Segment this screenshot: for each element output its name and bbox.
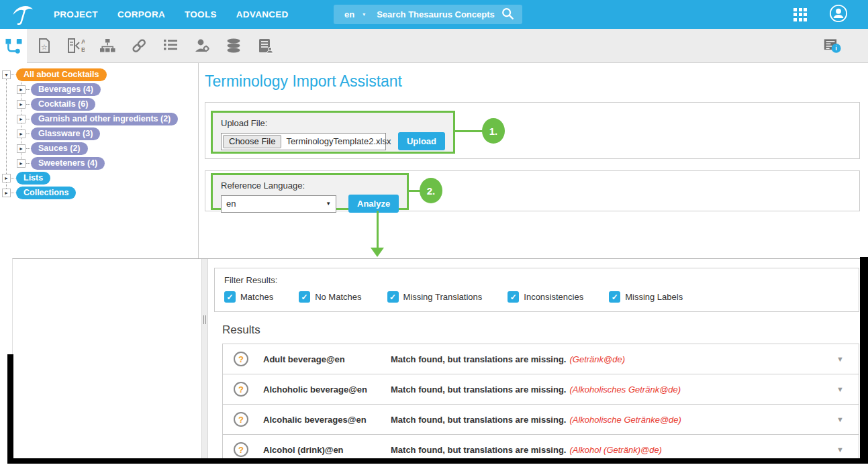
- expander-closed-icon[interactable]: ►: [17, 144, 26, 153]
- tree-item-root[interactable]: ▼ All about Cocktails: [0, 67, 198, 82]
- thesaurus-search-box[interactable]: en ▾ Search Thesaurus Concepts: [334, 5, 522, 24]
- checkbox-checked-icon[interactable]: ✓: [299, 291, 310, 303]
- question-status-icon: ?: [234, 352, 248, 366]
- chevron-down-icon[interactable]: ▾: [363, 11, 365, 17]
- result-detail: (Getränk@de): [569, 354, 625, 364]
- info-panel-icon[interactable]: i: [824, 37, 841, 54]
- result-message: Match found, but translations are missin…: [391, 354, 566, 364]
- user-account-icon[interactable]: [829, 4, 848, 25]
- link-icon[interactable]: [130, 37, 148, 54]
- menu-project[interactable]: PROJECT: [54, 9, 98, 19]
- database-icon[interactable]: [225, 37, 242, 54]
- favorite-document-icon[interactable]: ☆: [36, 37, 53, 54]
- menu-tools[interactable]: TOOLS: [185, 9, 217, 19]
- tree-item-garnish[interactable]: ► Garnish and other ingredients (2): [0, 111, 198, 126]
- tree-item-label[interactable]: Sweeteners (4): [31, 157, 105, 170]
- reference-highlight-box: Reference Language: en ▼ Analyze: [211, 173, 409, 210]
- result-message: Match found, but translations are missin…: [391, 415, 566, 425]
- result-row[interactable]: ? Adult beverage@en Match found, but tra…: [223, 344, 859, 374]
- file-input[interactable]: Choose File TerminologyTemplate2.xlsx: [221, 133, 386, 150]
- tree-item-collections[interactable]: ► Collections: [0, 185, 198, 200]
- expander-closed-icon[interactable]: ►: [2, 189, 11, 197]
- expander-closed-icon[interactable]: ►: [17, 130, 26, 138]
- checkbox-checked-icon[interactable]: ✓: [387, 291, 399, 303]
- reference-language-select[interactable]: en ▼: [221, 195, 336, 213]
- expander-closed-icon[interactable]: ►: [17, 85, 26, 94]
- hierarchy-sitemap-icon[interactable]: [99, 37, 116, 54]
- tree-item-label[interactable]: All about Cocktails: [16, 68, 107, 81]
- tree-item-label[interactable]: Collections: [16, 187, 76, 199]
- screenshot-border-right: [860, 257, 868, 464]
- tree-item-sweeteners[interactable]: ► Sweeteners (4): [0, 156, 198, 170]
- user-admin-icon[interactable]: [193, 37, 211, 54]
- screenshot-border-left: [7, 354, 13, 458]
- tree-item-beverages[interactable]: ► Beverages (4): [0, 82, 198, 97]
- tree-item-label[interactable]: Glassware (3): [31, 127, 100, 140]
- search-input[interactable]: Search Thesaurus Concepts: [377, 9, 495, 19]
- tree-item-label[interactable]: Cocktails (6): [31, 98, 95, 111]
- tree-item-sauces[interactable]: ► Sauces (2): [0, 141, 198, 156]
- results-pane: Filter Results: ✓ Matches ✓ No Matches ✓…: [214, 268, 859, 458]
- reference-language-panel: Reference Language: en ▼ Analyze 2.: [205, 170, 860, 211]
- concept-scheme-icon[interactable]: [0, 29, 27, 63]
- checkbox-checked-icon[interactable]: ✓: [508, 291, 519, 303]
- tree-item-lists[interactable]: ► Lists: [0, 170, 198, 185]
- module-toolbar: ☆ A B: [0, 29, 868, 63]
- pane-resizer[interactable]: [201, 259, 208, 458]
- tree-item-label[interactable]: Sauces (2): [31, 142, 88, 155]
- filter-missing-labels[interactable]: ✓ Missing Labels: [609, 291, 683, 303]
- analyze-button[interactable]: Analyze: [348, 195, 399, 213]
- checkbox-checked-icon[interactable]: ✓: [609, 291, 620, 303]
- svg-text:i: i: [835, 44, 837, 52]
- resize-handle-icon[interactable]: [203, 315, 206, 324]
- expand-row-caret-icon[interactable]: ▼: [836, 415, 844, 423]
- checkbox-checked-icon[interactable]: ✓: [224, 291, 236, 303]
- upload-panel: Upload File: Choose File TerminologyTemp…: [205, 102, 860, 159]
- tree-item-glassware[interactable]: ► Glassware (3): [0, 126, 198, 141]
- expand-row-caret-icon[interactable]: ▼: [836, 385, 844, 393]
- expander-open-icon[interactable]: ▼: [2, 70, 11, 79]
- result-row[interactable]: ? Alcohol (drink)@en Match found, but tr…: [223, 435, 859, 458]
- result-row[interactable]: ? Alcohalic beverages@en Match found, bu…: [223, 405, 859, 435]
- concept-tree-sidebar: ▼ All about Cocktails ► Beverages (4) ► …: [0, 63, 198, 200]
- classification-ab-icon[interactable]: A B: [67, 37, 85, 54]
- menu-advanced[interactable]: ADVANCED: [236, 9, 289, 19]
- filter-matches[interactable]: ✓ Matches: [224, 291, 273, 303]
- expand-row-caret-icon[interactable]: ▼: [836, 446, 844, 454]
- expander-closed-icon[interactable]: ►: [17, 115, 26, 123]
- filter-results-box: Filter Results: ✓ Matches ✓ No Matches ✓…: [214, 268, 859, 312]
- filter-missing-translations[interactable]: ✓ Missing Translations: [387, 291, 483, 303]
- result-detail: (Alkoholisches Getränk@de): [569, 384, 681, 395]
- poolparty-umbrella-logo[interactable]: [11, 3, 35, 26]
- step2-badge: 2.: [420, 178, 442, 203]
- result-term: Adult beverage@en: [263, 354, 391, 364]
- tree-item-label[interactable]: Garnish and other ingredients (2): [31, 113, 178, 125]
- filter-label: Matches: [240, 292, 273, 302]
- result-row[interactable]: ? Alchoholic beverage@en Match found, bu…: [223, 374, 859, 405]
- question-status-icon: ?: [234, 382, 248, 397]
- result-term: Alcohol (drink)@en: [263, 445, 391, 455]
- filter-inconsistencies[interactable]: ✓ Inconsistencies: [508, 291, 583, 303]
- main-content: Terminology Import Assistant Upload File…: [199, 63, 868, 258]
- expand-row-caret-icon[interactable]: ▼: [836, 355, 844, 363]
- choose-file-button[interactable]: Choose File: [223, 135, 281, 148]
- expander-closed-icon[interactable]: ►: [17, 100, 26, 109]
- tree-item-cocktails[interactable]: ► Cocktails (6): [0, 97, 198, 111]
- repository-user-icon[interactable]: [256, 37, 274, 54]
- list-icon[interactable]: [162, 37, 179, 54]
- expander-closed-icon[interactable]: ►: [2, 174, 11, 183]
- filter-no-matches[interactable]: ✓ No Matches: [299, 291, 361, 303]
- svg-text:B: B: [81, 46, 85, 53]
- tree-item-label[interactable]: Lists: [16, 172, 50, 185]
- results-screenshot-panel: Filter Results: ✓ Matches ✓ No Matches ✓…: [12, 258, 860, 458]
- search-language-selector[interactable]: en: [344, 9, 354, 19]
- apps-grid-icon[interactable]: [793, 8, 807, 21]
- main-menu: PROJECT CORPORA TOOLS ADVANCED: [54, 9, 289, 19]
- filter-results-label: Filter Results:: [224, 275, 849, 285]
- results-title: Results: [222, 323, 859, 337]
- tree-item-label[interactable]: Beverages (4): [31, 83, 101, 96]
- expander-closed-icon[interactable]: ►: [17, 159, 26, 168]
- search-icon[interactable]: [501, 7, 514, 23]
- upload-button[interactable]: Upload: [398, 132, 445, 150]
- menu-corpora[interactable]: CORPORA: [117, 9, 165, 19]
